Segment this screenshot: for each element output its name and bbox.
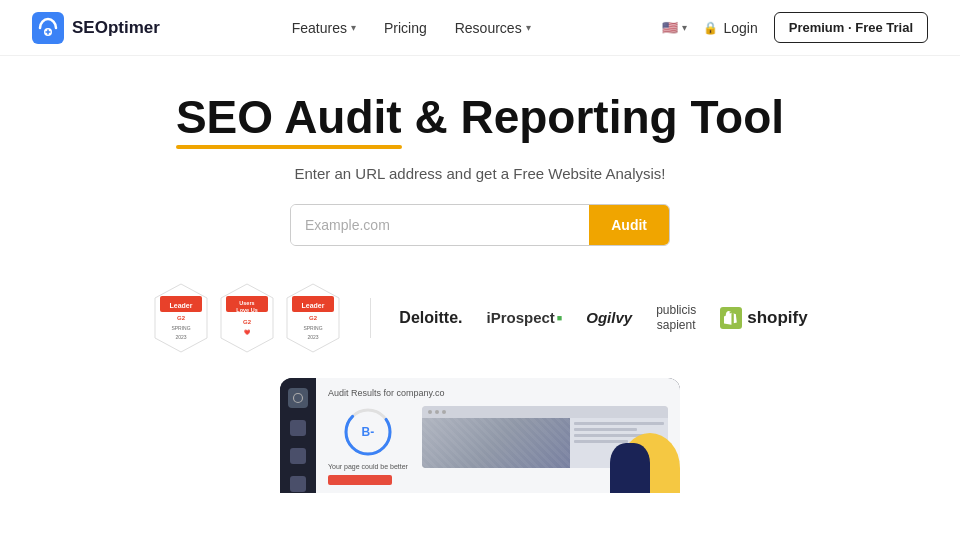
hero-section: SEO Audit & Reporting Tool Enter an URL …: [0, 56, 960, 246]
svg-text:SPRING: SPRING: [172, 325, 191, 331]
deloitte-logo: Deloitte.: [399, 309, 462, 327]
publicis-logo: publicis sapient: [656, 303, 696, 332]
svg-text:❤️: ❤️: [244, 329, 251, 336]
browser-dot-1: [428, 410, 432, 414]
hero-subtitle: Enter an URL address and get a Free Webs…: [0, 165, 960, 182]
svg-text:G2: G2: [309, 315, 318, 321]
nav-actions: 🇺🇸 ▾ 🔒 Login Premium · Free Trial: [662, 12, 928, 43]
chevron-down-icon: ▾: [682, 22, 687, 33]
svg-point-20: [294, 393, 303, 402]
browser-dot-2: [435, 410, 439, 414]
iprospect-logo: iProspect ■: [486, 309, 562, 326]
g2-badges: Leader G2 SPRING 2023 Users Love Us G2 ❤…: [152, 282, 342, 354]
website-image: [422, 418, 570, 468]
logo-text: SEOptimer: [72, 18, 160, 38]
chevron-down-icon: ▾: [526, 22, 531, 33]
content-line-2: [574, 428, 637, 431]
score-value: B-: [362, 425, 375, 439]
nav-features[interactable]: Features ▾: [292, 20, 356, 36]
us-flag-icon: 🇺🇸: [662, 20, 678, 35]
g2-badge-leader-2023: Leader G2 SPRING 2023: [152, 282, 210, 354]
preview-sidebar: [280, 378, 316, 493]
svg-text:2023: 2023: [176, 334, 187, 340]
nav-resources[interactable]: Resources ▾: [455, 20, 531, 36]
url-search-bar: Audit: [290, 204, 670, 246]
audit-results-header: Audit Results for company.co: [328, 388, 668, 398]
company-logos: Deloitte. iProspect ■ Ogilvy publicis sa…: [399, 303, 807, 332]
audit-button[interactable]: Audit: [589, 205, 669, 245]
status-bar: [328, 475, 392, 485]
shopify-icon: [720, 307, 742, 329]
ogilvy-logo: Ogilvy: [586, 309, 632, 326]
g2-badge-users-love-us: Users Love Us G2 ❤️: [218, 282, 276, 354]
svg-text:Love Us: Love Us: [237, 307, 258, 313]
sidebar-icon-1: [290, 420, 306, 436]
content-line-1: [574, 422, 664, 425]
nav-pricing[interactable]: Pricing: [384, 20, 427, 36]
sidebar-logo-icon: [288, 388, 308, 408]
score-circle: B-: [342, 406, 394, 458]
navy-blob-decoration: [610, 443, 650, 493]
login-button[interactable]: 🔒 Login: [703, 20, 757, 36]
content-line-4: [574, 440, 628, 443]
svg-text:G2: G2: [177, 315, 186, 321]
svg-text:Leader: Leader: [302, 302, 325, 309]
language-selector[interactable]: 🇺🇸 ▾: [662, 20, 687, 35]
trust-logos-row: Leader G2 SPRING 2023 Users Love Us G2 ❤…: [0, 282, 960, 354]
svg-text:Users: Users: [240, 300, 255, 306]
preview-section: Audit Results for company.co B- Your pag…: [0, 378, 960, 493]
hero-title-underline: SEO Audit: [176, 92, 402, 143]
image-overlay: [422, 418, 570, 468]
score-description: Your page could be better: [328, 462, 408, 471]
svg-text:SPRING: SPRING: [304, 325, 323, 331]
hero-title: SEO Audit & Reporting Tool: [0, 92, 960, 143]
svg-marker-8: [221, 284, 273, 352]
g2-badge-leader-spring: Leader G2 SPRING 2023: [284, 282, 342, 354]
sidebar-icon-2: [290, 448, 306, 464]
iprospect-icon: ■: [557, 313, 562, 323]
nav-links: Features ▾ Pricing Resources ▾: [292, 20, 531, 36]
sidebar-icon-3: [290, 476, 306, 492]
svg-text:Leader: Leader: [170, 302, 193, 309]
browser-dot-3: [442, 410, 446, 414]
svg-text:G2: G2: [243, 319, 252, 325]
svg-text:2023: 2023: [308, 334, 319, 340]
navbar: SEOptimer Features ▾ Pricing Resources ▾…: [0, 0, 960, 56]
premium-trial-button[interactable]: Premium · Free Trial: [774, 12, 928, 43]
chevron-down-icon: ▾: [351, 22, 356, 33]
divider: [370, 298, 371, 338]
logo[interactable]: SEOptimer: [32, 12, 160, 44]
url-input[interactable]: [291, 205, 589, 245]
lock-icon: 🔒: [703, 21, 718, 35]
browser-chrome: [422, 406, 668, 418]
score-section: B- Your page could be better: [328, 406, 408, 485]
shopify-logo: shopify: [720, 307, 807, 329]
audit-preview-window: Audit Results for company.co B- Your pag…: [280, 378, 680, 493]
